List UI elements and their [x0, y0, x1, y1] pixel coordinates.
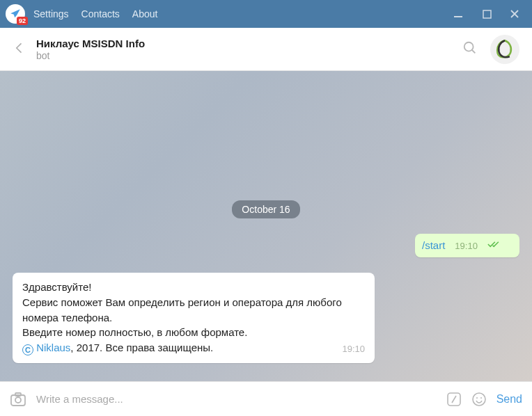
copyright-icon: C: [22, 344, 33, 355]
chat-title: Никлаус MSISDN Info: [36, 38, 462, 49]
minimize-button[interactable]: [453, 8, 465, 20]
search-icon: [462, 40, 478, 56]
camera-icon: [10, 392, 26, 407]
chat-area: October 16 /start 19:10 Здравствуйте! Се…: [0, 71, 532, 381]
svg-point-4: [15, 397, 21, 403]
command-button[interactable]: [446, 392, 462, 407]
message-outgoing[interactable]: /start 19:10: [415, 234, 519, 257]
close-button[interactable]: [508, 8, 521, 20]
search-button[interactable]: [462, 40, 478, 58]
svg-point-8: [476, 397, 478, 399]
chat-header: Никлаус MSISDN Info bot: [0, 28, 532, 71]
greeting-line: Здравствуйте!: [22, 281, 91, 293]
send-button[interactable]: Send: [496, 393, 522, 406]
desc-line-1: Сервис поможет Вам определить регион и о…: [22, 296, 342, 323]
back-button[interactable]: [13, 41, 26, 58]
svg-point-9: [480, 397, 482, 399]
slash-icon: [446, 392, 462, 407]
menu-about[interactable]: About: [132, 8, 158, 19]
svg-rect-0: [454, 16, 462, 17]
svg-point-7: [473, 393, 485, 406]
titlebar: 92 Settings Contacts About: [0, 0, 532, 28]
rights-text: , 2017. Все права защищены.: [70, 342, 213, 353]
read-checks-icon: [487, 239, 501, 252]
chat-subtitle: bot: [36, 50, 462, 61]
message-body: Здравствуйте! Сервис поможет Вам определ…: [22, 280, 365, 355]
bot-avatar-icon: [493, 38, 517, 61]
avatar[interactable]: [490, 35, 519, 64]
desc-line-2: Введите номер полностью, в любом формате…: [22, 326, 247, 338]
smile-icon: [471, 392, 487, 407]
window-controls: [453, 8, 526, 20]
main-menu: Settings Contacts About: [33, 8, 157, 19]
date-separator: October 16: [232, 200, 299, 218]
emoji-button[interactable]: [471, 392, 487, 407]
svg-rect-5: [15, 393, 21, 396]
svg-rect-1: [483, 10, 491, 18]
menu-contacts[interactable]: Contacts: [81, 8, 120, 19]
message-incoming[interactable]: Здравствуйте! Сервис поможет Вам определ…: [13, 273, 375, 363]
chat-info[interactable]: Никлаус MSISDN Info bot: [36, 38, 462, 61]
attach-button[interactable]: [10, 392, 26, 407]
author-link[interactable]: Niklaus: [36, 342, 70, 353]
compose-bar: Send: [0, 381, 532, 416]
message-text: /start: [422, 239, 445, 251]
notification-badge: 92: [17, 17, 28, 25]
app-icon: 92: [6, 4, 25, 24]
menu-settings[interactable]: Settings: [33, 8, 69, 19]
message-time: 19:10: [455, 241, 478, 251]
message-time: 19:10: [342, 343, 365, 356]
svg-point-2: [464, 42, 474, 51]
maximize-button[interactable]: [480, 8, 493, 20]
message-input[interactable]: [36, 393, 437, 405]
